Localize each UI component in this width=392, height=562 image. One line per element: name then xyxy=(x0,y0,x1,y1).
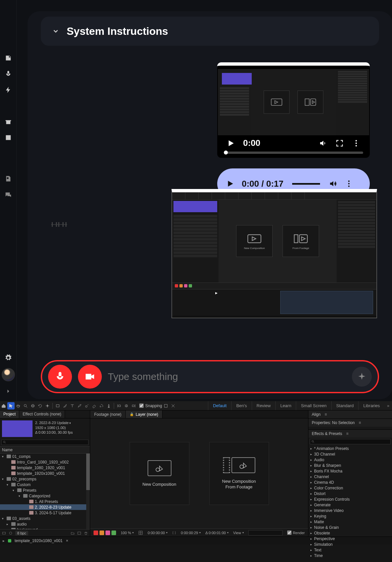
project-tree-row[interactable]: ▸background xyxy=(0,527,90,529)
effects-category[interactable]: ▸* Animation Presets xyxy=(308,446,392,451)
roto-tool[interactable] xyxy=(98,402,105,409)
record-voice-button[interactable] xyxy=(48,365,72,389)
project-tree-row[interactable]: ▾Categorized xyxy=(0,493,90,499)
effects-category[interactable]: ▸Time xyxy=(308,553,392,558)
new-folder-icon[interactable] xyxy=(71,531,75,535)
effects-category[interactable]: ▸Generate xyxy=(308,502,392,508)
viewer[interactable]: New Composition New Composition From Foo… xyxy=(90,418,308,529)
home-tool[interactable] xyxy=(0,402,7,409)
mic-icon[interactable] xyxy=(5,70,12,78)
timecode-end[interactable]: 0:00:00:29 xyxy=(181,531,201,535)
interpret-icon[interactable] xyxy=(2,531,6,535)
new-composition-card[interactable]: New Composition xyxy=(130,442,189,505)
book-icon[interactable] xyxy=(5,134,12,141)
effects-search[interactable] xyxy=(310,439,391,444)
project-tree-row[interactable]: ▾03_assets xyxy=(0,516,90,521)
tab-footage[interactable]: Footage (none) xyxy=(90,410,126,418)
selection-tool[interactable] xyxy=(7,402,15,409)
effects-category[interactable]: ▸Perspective xyxy=(308,536,392,541)
effects-category[interactable]: ▸Color Correction xyxy=(308,485,392,491)
workspace-tab[interactable]: Ben's xyxy=(231,401,251,410)
align-tool-c[interactable] xyxy=(130,402,137,409)
system-instructions-bar[interactable]: System Instructions xyxy=(41,17,379,46)
video-progress[interactable] xyxy=(224,152,363,154)
effects-list[interactable]: ▸* Animation Presets▸3D Channel▸Audio▸Bl… xyxy=(308,446,392,558)
chip-red[interactable] xyxy=(94,531,98,535)
clone-tool[interactable] xyxy=(83,402,91,409)
screenshot-attachment[interactable]: New Composition From Footage xyxy=(171,189,377,318)
chip-green[interactable] xyxy=(111,531,116,535)
record-video-button[interactable] xyxy=(78,365,102,389)
chip-orange[interactable] xyxy=(99,531,104,535)
archive-icon[interactable] xyxy=(5,118,12,125)
align-tool-a[interactable] xyxy=(115,402,123,409)
project-tree-row[interactable]: ▾02_precomps xyxy=(0,476,90,482)
project-tree-row[interactable]: 3. 2024-5-17 Update xyxy=(0,510,90,516)
effects-category[interactable]: ▸Matte xyxy=(308,519,392,525)
effects-category[interactable]: ▸Text xyxy=(308,547,392,553)
snapping-toggle[interactable]: Snapping xyxy=(139,404,162,408)
workspace-tab[interactable]: Default xyxy=(208,401,231,410)
workspace-tab[interactable]: Small Screen xyxy=(296,401,331,410)
render-toggle[interactable]: Render xyxy=(287,531,305,535)
bpc-chip[interactable]: 8 bpc xyxy=(15,531,28,535)
project-tree-row[interactable]: ▸audio xyxy=(0,521,90,527)
new-composition-from-footage-card[interactable]: New Composition From Footage xyxy=(209,442,269,505)
chat-icon[interactable] xyxy=(5,191,12,198)
fullscreen-icon[interactable] xyxy=(335,139,344,148)
project-tree-row[interactable]: 2. 2022-8-23 Update xyxy=(0,504,90,510)
avatar[interactable] xyxy=(2,368,15,381)
effects-category[interactable]: ▸Expression Controls xyxy=(308,496,392,502)
workspace-tab[interactable]: Standard xyxy=(331,401,359,410)
gear-icon[interactable] xyxy=(5,354,12,361)
eraser-tool[interactable] xyxy=(91,402,98,409)
project-tree-row[interactable]: template_1080_1920_v001 xyxy=(0,465,90,470)
effects-category[interactable]: ▸Keying xyxy=(308,513,392,519)
selected-comp-name[interactable]: 2. 2022-8-23 Update xyxy=(35,420,73,425)
video-attachment[interactable]: 0:00 xyxy=(217,62,370,158)
effects-category[interactable]: ▸Channel xyxy=(308,474,392,479)
trash-icon[interactable] xyxy=(84,531,88,535)
view-dropdown[interactable]: View xyxy=(233,531,244,535)
project-tree-row[interactable]: 1. All Presets xyxy=(0,499,90,504)
volume-icon[interactable] xyxy=(329,179,337,188)
bolt-icon[interactable] xyxy=(5,86,12,94)
effects-category[interactable]: ▸Noise & Grain xyxy=(308,525,392,530)
effects-category[interactable]: ▸Simulation xyxy=(308,541,392,547)
chip-pink[interactable] xyxy=(105,531,110,535)
play-icon[interactable] xyxy=(226,179,234,188)
name-column-header[interactable]: Name xyxy=(0,446,90,454)
zoom-dropdown[interactable]: 100 % xyxy=(121,531,134,535)
effects-category[interactable]: ▸Cinema 4D xyxy=(308,479,392,485)
effects-category[interactable]: ▸Obsolete xyxy=(308,530,392,536)
workspace-tab[interactable]: Review xyxy=(252,401,276,410)
snap-opt-a[interactable] xyxy=(162,402,169,409)
grid-icon[interactable] xyxy=(138,531,143,535)
hand-tool[interactable] xyxy=(15,402,22,409)
prompt-input[interactable] xyxy=(108,371,346,382)
tab-effect-controls[interactable]: Effect Controls (none) xyxy=(19,410,65,418)
more-vert-icon[interactable] xyxy=(345,179,353,188)
zoom-tool[interactable] xyxy=(22,402,29,409)
more-vert-icon[interactable] xyxy=(352,139,360,148)
color-icon[interactable] xyxy=(9,531,13,535)
effects-category[interactable]: ▸Audio xyxy=(308,457,392,463)
project-scrollbar[interactable] xyxy=(86,454,90,529)
tab-layer[interactable]: 🔒Layer (none) xyxy=(126,410,163,418)
snap-opt-b[interactable] xyxy=(169,402,177,409)
effects-category[interactable]: ▸Distort xyxy=(308,491,392,496)
project-tree-row[interactable]: Intro_Card_1080_1920_v002 xyxy=(0,459,90,465)
text-tool[interactable] xyxy=(69,402,76,409)
volume-icon[interactable] xyxy=(319,139,327,148)
effects-category[interactable]: ▸Immersive Video xyxy=(308,508,392,513)
effects-category[interactable]: ▸Boris FX Mocha xyxy=(308,468,392,474)
project-tree-row[interactable]: ▾01_comps xyxy=(0,454,90,459)
project-search[interactable] xyxy=(1,440,89,445)
doc-edit-icon[interactable] xyxy=(5,54,12,62)
view-select[interactable] xyxy=(248,530,283,535)
properties-header[interactable]: Properties: No Selection≡ xyxy=(308,419,392,427)
effects-header[interactable]: Effects & Presets≡ xyxy=(308,430,392,438)
pen-tool[interactable] xyxy=(61,402,69,409)
timecode-dur[interactable]: Δ 0:00:01:00 xyxy=(205,531,229,535)
sliders-icon[interactable] xyxy=(5,102,12,109)
